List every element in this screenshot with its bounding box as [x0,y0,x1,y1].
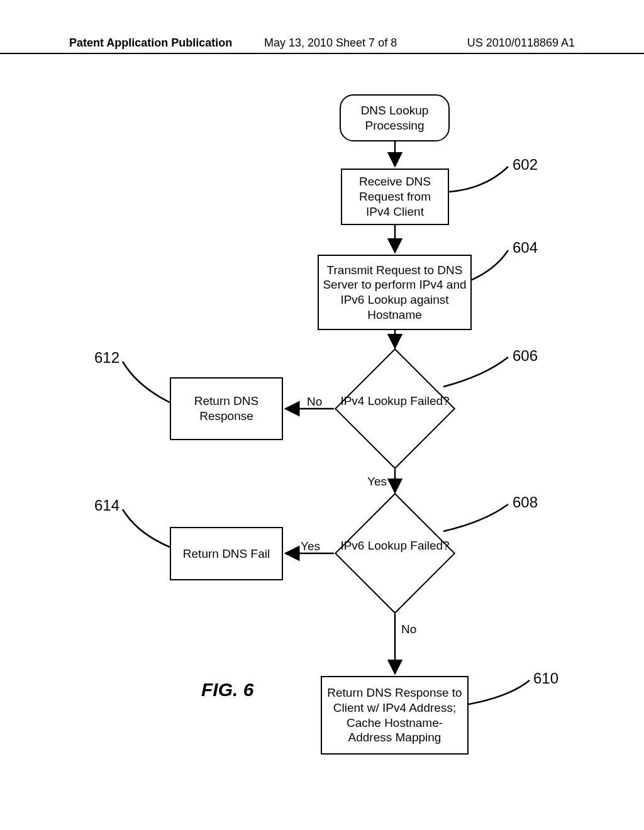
ref-612: 612 [94,349,119,367]
node-602-text: Receive DNS Request from IPv4 Client [346,174,444,219]
figure-label: FIG. 6 [201,679,253,700]
ref-614: 614 [94,497,119,514]
node-604-text: Transmit Request to DNS Server to perfor… [323,263,467,323]
start-node: DNS Lookup Processing [340,94,450,141]
ref-610: 610 [533,670,558,687]
edge-608-yes-label: Yes [301,540,320,553]
node-614-text: Return DNS Fail [183,546,270,562]
node-614: Return DNS Fail [170,527,283,580]
node-604: Transmit Request to DNS Server to perfor… [318,255,472,330]
edge-608-no-label: No [401,622,416,636]
decision-606-text: IPv4 Lookup Failed? [340,394,449,407]
node-610: Return DNS Response to Client w/ IPv4 Ad… [321,676,469,755]
ref-606: 606 [513,347,538,365]
decision-608-text: IPv6 Lookup Failed? [340,539,449,552]
page-root: Patent Application Publication May 13, 2… [0,0,644,830]
ref-608: 608 [513,494,538,511]
ref-604: 604 [513,239,538,257]
page-header: Patent Application Publication May 13, 2… [0,50,644,54]
header-right: US 2010/0118869 A1 [467,36,575,50]
node-612: Return DNS Response [170,377,283,440]
start-node-text: DNS Lookup Processing [345,103,445,133]
header-mid: May 13, 2010 Sheet 7 of 8 [264,36,397,50]
edge-606-yes-label: Yes [367,475,387,489]
ref-602: 602 [513,156,538,174]
node-610-text: Return DNS Response to Client w/ IPv4 Ad… [326,685,464,745]
edge-606-no-label: No [307,395,322,409]
header-left: Patent Application Publication [69,36,232,50]
node-612-text: Return DNS Response [175,394,278,424]
node-602: Receive DNS Request from IPv4 Client [341,169,449,225]
